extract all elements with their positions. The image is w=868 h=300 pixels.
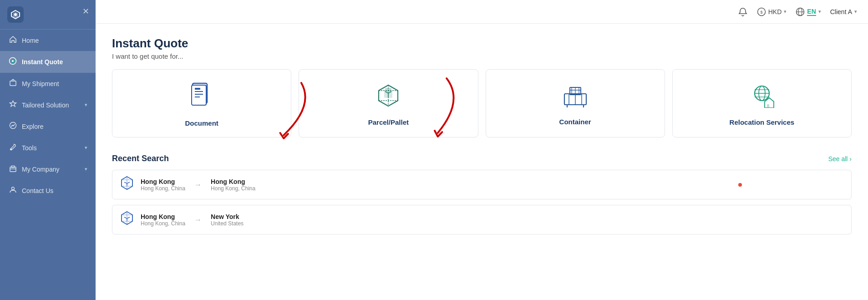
to-city-1: Hong Kong [211, 178, 255, 185]
svg-rect-25 [385, 88, 391, 92]
quote-card-container-label: Container [559, 118, 591, 126]
parcel-row-icon-1 [120, 176, 134, 193]
route-info-2: Hong Kong Hong Kong, China → New York Un… [141, 213, 244, 227]
sidebar-item-tailored-solution[interactable]: Tailored Solution ▾ [0, 94, 96, 116]
sidebar-item-tailored-solution-label: Tailored Solution [22, 102, 69, 109]
client-name[interactable]: Client A ▾ [830, 8, 857, 15]
sidebar-item-contact-us-label: Contact Us [22, 187, 53, 194]
chevron-down-icon-3: ▾ [85, 166, 87, 172]
svg-point-2 [14, 13, 17, 16]
to-location-1: Hong Kong Hong Kong, China [211, 178, 255, 192]
sidebar-item-explore-label: Explore [22, 123, 43, 130]
quote-card-container[interactable]: Container [486, 69, 665, 137]
currency-chevron: ▾ [784, 9, 787, 15]
sidebar-item-tools[interactable]: Tools ▾ [0, 137, 96, 158]
chevron-down-icon-2: ▾ [85, 145, 87, 151]
parcel-row-icon-2 [120, 211, 134, 229]
home-icon [8, 36, 17, 45]
to-location-2: New York United States [211, 213, 244, 227]
page-title: Instant Quote [112, 36, 852, 51]
my-shipment-icon [8, 79, 17, 88]
tools-icon [8, 143, 17, 153]
sidebar: ✕ Home Instant Quote [0, 0, 96, 300]
to-country-1: Hong Kong, China [211, 185, 255, 192]
status-dot-1 [738, 183, 742, 187]
topbar: $ HKD ▾ EN ▾ Client A ▾ [96, 0, 868, 24]
svg-point-12 [11, 187, 14, 190]
from-country-1: Hong Kong, China [141, 185, 185, 192]
sidebar-logo-area: ✕ [0, 0, 96, 30]
svg-rect-23 [195, 88, 200, 90]
sidebar-item-instant-quote[interactable]: Instant Quote [0, 51, 96, 73]
quote-card-relocation-label: Relocation Services [730, 118, 795, 126]
svg-rect-6 [10, 81, 16, 86]
from-city-1: Hong Kong [141, 178, 185, 185]
sidebar-nav: Home Instant Quote My Shipment [0, 30, 96, 201]
svg-text:$: $ [760, 10, 762, 15]
quote-card-parcel-label: Parcel/Pallet [368, 118, 409, 126]
main-content: Instant Quote I want to get quote for... [96, 24, 868, 300]
tailored-solution-icon [8, 100, 17, 110]
svg-point-5 [12, 60, 14, 62]
relocation-icon [749, 83, 775, 113]
currency-label: HKD [768, 8, 782, 15]
sidebar-item-home[interactable]: Home [0, 30, 96, 51]
sidebar-item-my-shipment-label: My Shipment [22, 80, 59, 87]
document-icon [190, 82, 213, 114]
route-arrow-1: → [194, 181, 202, 189]
from-city-2: Hong Kong [141, 213, 185, 220]
recent-search-row-2[interactable]: Hong Kong Hong Kong, China → New York Un… [112, 205, 852, 234]
instant-quote-icon [8, 57, 17, 67]
quote-card-document[interactable]: Document [112, 69, 291, 137]
sidebar-item-tools-label: Tools [22, 144, 37, 152]
parcel-icon [376, 83, 401, 113]
to-country-2: United States [211, 220, 244, 227]
sidebar-item-my-company[interactable]: My Company ▾ [0, 158, 96, 180]
sidebar-item-explore[interactable]: Explore [0, 116, 96, 137]
route-arrow-2: → [194, 216, 202, 224]
recent-search-title: Recent Search [112, 154, 169, 163]
language-label: EN [807, 8, 816, 16]
sidebar-item-contact-us[interactable]: Contact Us [0, 180, 96, 201]
close-icon[interactable]: ✕ [82, 6, 89, 16]
client-chevron: ▾ [854, 9, 857, 15]
explore-icon [8, 122, 17, 131]
currency-selector[interactable]: $ HKD ▾ [757, 7, 787, 16]
chevron-down-icon: ▾ [85, 102, 87, 108]
quote-card-document-label: Document [185, 119, 218, 127]
logo-icon [7, 6, 24, 23]
from-location-1: Hong Kong Hong Kong, China [141, 178, 185, 192]
recent-search-header: Recent Search See all › [112, 154, 852, 163]
from-location-2: Hong Kong Hong Kong, China [141, 213, 185, 227]
to-city-2: New York [211, 213, 244, 220]
sidebar-item-instant-quote-label: Instant Quote [22, 58, 63, 66]
sidebar-item-my-shipment[interactable]: My Shipment [0, 73, 96, 94]
container-icon [563, 84, 588, 112]
client-label: Client A [830, 8, 852, 15]
svg-rect-43 [767, 104, 769, 108]
language-selector[interactable]: EN ▾ [796, 7, 821, 16]
notification-bell[interactable] [738, 7, 748, 17]
page-subtitle: I want to get quote for... [112, 52, 852, 60]
quote-card-relocation[interactable]: Relocation Services [672, 69, 852, 137]
recent-search-row-1[interactable]: Hong Kong Hong Kong, China → Hong Kong H… [112, 170, 852, 199]
quote-cards-container: Document Parcel/Pallet [112, 69, 852, 137]
see-all-link[interactable]: See all › [828, 155, 852, 163]
main-area: $ HKD ▾ EN ▾ Client A ▾ Instant Quote I … [96, 0, 868, 300]
sidebar-item-home-label: Home [22, 37, 39, 44]
sidebar-item-my-company-label: My Company [22, 166, 59, 173]
contact-us-icon [8, 186, 17, 195]
lang-chevron: ▾ [818, 9, 821, 15]
my-company-icon [8, 164, 17, 174]
route-info-1: Hong Kong Hong Kong, China → Hong Kong H… [141, 178, 255, 192]
quote-card-parcel[interactable]: Parcel/Pallet [299, 69, 478, 137]
from-country-2: Hong Kong, China [141, 220, 185, 227]
